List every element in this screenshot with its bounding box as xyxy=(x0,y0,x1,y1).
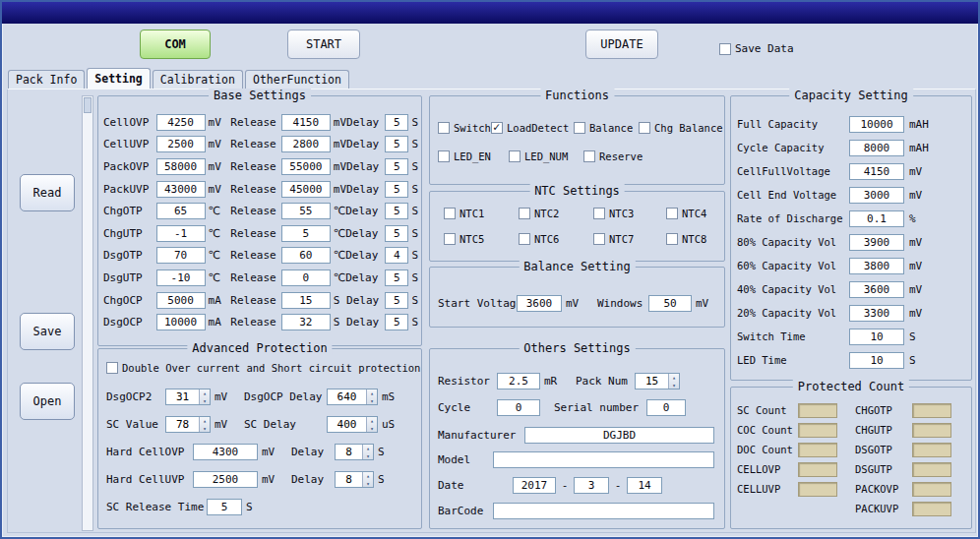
pack-num-spinner[interactable]: ▴▾ xyxy=(635,373,680,389)
value-input[interactable] xyxy=(166,417,199,432)
value-input[interactable] xyxy=(156,203,206,219)
reserve-checkbox[interactable]: Reserve xyxy=(583,150,643,162)
value-input[interactable] xyxy=(156,181,206,198)
value-input[interactable] xyxy=(849,234,904,251)
delay-input[interactable] xyxy=(385,270,408,286)
spinner-arrows-icon[interactable]: ▴▾ xyxy=(366,389,377,404)
value-input[interactable] xyxy=(156,136,206,152)
value-input[interactable] xyxy=(193,471,258,488)
value-input[interactable] xyxy=(336,472,362,487)
release-input[interactable] xyxy=(281,181,331,198)
release-input[interactable] xyxy=(281,292,331,309)
save-data-checkbox[interactable]: Save Data xyxy=(719,42,794,55)
start-voltage-input[interactable] xyxy=(517,295,562,312)
delay-input[interactable] xyxy=(385,225,408,242)
ntc3-checkbox[interactable]: NTC3 xyxy=(593,208,634,219)
start-button[interactable]: START xyxy=(287,30,360,59)
balance-checkbox[interactable]: Balance xyxy=(574,122,633,134)
value-input[interactable] xyxy=(156,314,206,330)
value-input[interactable] xyxy=(849,281,904,298)
value-input[interactable] xyxy=(849,163,904,180)
release-input[interactable] xyxy=(281,225,331,242)
checkbox-box[interactable] xyxy=(583,150,595,162)
spinner-arrows-icon[interactable]: ▴▾ xyxy=(366,417,377,432)
update-button[interactable]: UPDATE xyxy=(585,30,658,59)
value-input[interactable] xyxy=(207,499,242,515)
value-input[interactable] xyxy=(328,389,366,404)
scrollbar-thumb[interactable] xyxy=(84,97,92,113)
date-day-input[interactable] xyxy=(627,477,662,494)
delay-input[interactable] xyxy=(385,247,408,264)
spinner-arrows-icon[interactable]: ▴▾ xyxy=(199,389,210,404)
value-input[interactable] xyxy=(636,374,668,389)
release-input[interactable] xyxy=(281,114,331,131)
cycle-input[interactable] xyxy=(497,399,540,416)
delay-input[interactable] xyxy=(385,203,408,219)
spinner-arrows-icon[interactable]: ▴▾ xyxy=(668,374,679,389)
spinner-arrows-icon[interactable]: ▴▾ xyxy=(199,417,210,432)
double-protection-checkbox[interactable]: Double Over current and Short circuit pr… xyxy=(106,362,420,374)
checkbox-box[interactable] xyxy=(719,43,731,55)
value-input[interactable] xyxy=(156,270,206,286)
value-input[interactable] xyxy=(849,329,904,345)
value-input[interactable] xyxy=(849,352,904,369)
ntc8-checkbox[interactable]: NTC8 xyxy=(666,233,706,245)
hard-cellovp-delay-spinner[interactable]: ▴▾ xyxy=(335,444,374,460)
value-input[interactable] xyxy=(849,210,904,227)
value-input[interactable] xyxy=(156,158,206,175)
release-input[interactable] xyxy=(281,203,331,219)
open-button[interactable]: Open xyxy=(20,383,75,420)
value-input[interactable] xyxy=(156,292,206,309)
value-input[interactable] xyxy=(849,116,904,133)
ntc5-checkbox[interactable]: NTC5 xyxy=(444,233,484,245)
checkbox-box[interactable] xyxy=(519,233,530,245)
checkbox-box[interactable] xyxy=(106,362,118,374)
spinner-arrows-icon[interactable]: ▴▾ xyxy=(362,472,373,487)
vertical-scrollbar[interactable] xyxy=(82,95,93,531)
checkbox-box[interactable] xyxy=(593,208,605,219)
checkbox-box[interactable] xyxy=(438,122,450,134)
release-input[interactable] xyxy=(281,247,331,264)
checkbox-box[interactable] xyxy=(639,122,650,134)
barcode-input[interactable] xyxy=(493,503,714,519)
spinner-arrows-icon[interactable]: ▴▾ xyxy=(362,445,373,459)
release-input[interactable] xyxy=(281,136,331,152)
value-input[interactable] xyxy=(336,445,362,459)
value-input[interactable] xyxy=(328,417,366,432)
date-year-input[interactable] xyxy=(513,477,556,494)
hard-celluvp-delay-spinner[interactable]: ▴▾ xyxy=(335,471,374,488)
value-input[interactable] xyxy=(849,187,904,204)
value-input[interactable] xyxy=(849,305,904,322)
chg-balance-checkbox[interactable]: Chg Balance xyxy=(639,122,723,134)
resistor-input[interactable] xyxy=(497,373,540,389)
checkbox-box[interactable] xyxy=(509,150,521,162)
value-input[interactable] xyxy=(156,114,206,131)
serial-number-input[interactable] xyxy=(646,399,686,416)
checkbox-box[interactable] xyxy=(666,233,678,245)
led-num-checkbox[interactable]: LED_NUM xyxy=(509,150,568,162)
ntc1-checkbox[interactable]: NTC1 xyxy=(444,208,484,219)
ntc6-checkbox[interactable]: NTC6 xyxy=(519,233,559,245)
save-button[interactable]: Save xyxy=(20,313,75,350)
checkbox-box[interactable] xyxy=(444,233,456,245)
checkbox-box[interactable] xyxy=(444,208,456,219)
value-input[interactable] xyxy=(166,389,199,404)
value-input[interactable] xyxy=(193,444,258,460)
ntc2-checkbox[interactable]: NTC2 xyxy=(519,208,559,219)
manufacturer-input[interactable] xyxy=(524,427,714,444)
checkbox-box[interactable] xyxy=(574,122,585,134)
read-button[interactable]: Read xyxy=(20,174,75,211)
checkbox-box[interactable] xyxy=(438,150,450,162)
loaddetect-checkbox[interactable]: LoadDetect xyxy=(491,122,569,134)
delay-input[interactable] xyxy=(385,114,408,131)
model-input[interactable] xyxy=(493,451,714,468)
checkbox-box[interactable] xyxy=(666,208,678,219)
checkbox-box[interactable] xyxy=(491,122,503,134)
value-input[interactable] xyxy=(156,247,206,264)
ntc7-checkbox[interactable]: NTC7 xyxy=(593,233,634,245)
tab-setting[interactable]: Setting xyxy=(87,68,150,89)
delay-input[interactable] xyxy=(385,181,408,198)
delay-input[interactable] xyxy=(385,136,408,152)
windows-input[interactable] xyxy=(648,295,692,312)
value-input[interactable] xyxy=(849,140,904,156)
